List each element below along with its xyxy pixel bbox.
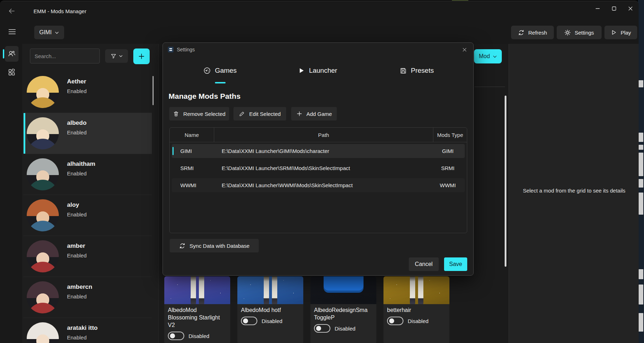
- character-row[interactable]: alhaitham Enabled: [24, 154, 152, 195]
- section-heading: Manage Mods Paths: [169, 92, 241, 101]
- tab-launcher[interactable]: Launcher: [293, 63, 342, 78]
- close-button[interactable]: [622, 1, 639, 16]
- rail-mods-button[interactable]: [5, 65, 19, 80]
- edit-selected-button[interactable]: Edit Selected: [233, 107, 286, 121]
- game-selector-dropdown[interactable]: GIMI: [34, 26, 64, 39]
- cancel-label: Cancel: [415, 261, 433, 267]
- search-input[interactable]: [34, 53, 106, 60]
- mod-title: AlbedoRedesignSma ToggleP: [310, 304, 376, 321]
- minimize-button[interactable]: [589, 1, 606, 16]
- mod-card[interactable]: AlbedoRedesignSma ToggleP Disabled: [310, 276, 376, 343]
- toolbar: GIMI Refresh Settings Play: [0, 21, 639, 44]
- table-row-selected[interactable]: GIMI E:\Data\XXMI Launcher\GIMI\Mods\cha…: [172, 144, 465, 158]
- character-name: alhaitham: [67, 160, 95, 168]
- background-window-strip: [638, 0, 644, 343]
- character-status: Enabled: [67, 170, 87, 176]
- character-avatar: [27, 76, 59, 108]
- settings-label: Settings: [575, 30, 594, 36]
- dialog-app-icon: [168, 47, 174, 52]
- maximize-button[interactable]: [606, 1, 622, 16]
- save-button[interactable]: Save: [444, 257, 467, 271]
- mod-card[interactable]: AlbedoMod hotf Disabled: [237, 276, 303, 343]
- mod-enable-toggle[interactable]: [314, 324, 330, 333]
- gamepad-icon: [203, 67, 211, 75]
- mods-grid-scrollbar[interactable]: [505, 96, 506, 267]
- table-row[interactable]: WWMI E:\Data\XXMI Launcher\WWMI\Mods\Ski…: [172, 178, 465, 192]
- mod-card[interactable]: betterhair Disabled: [383, 276, 449, 343]
- refresh-icon: [179, 242, 186, 249]
- character-name: ambercn: [67, 283, 92, 291]
- column-header-path: Path: [214, 128, 433, 142]
- tab-games[interactable]: Games: [195, 63, 245, 78]
- add-mod-button[interactable]: Mod: [474, 49, 502, 63]
- game-selector-value: GIMI: [39, 29, 52, 36]
- maximize-icon: [611, 6, 617, 11]
- sync-database-button[interactable]: Sync Data with Database: [170, 239, 259, 252]
- character-name: albedo: [67, 119, 87, 127]
- minimize-icon: [595, 6, 601, 11]
- table-row[interactable]: SRMI E:\Data\XXMI Launcher\SRMI\Mods\Ski…: [172, 161, 465, 175]
- search-box[interactable]: [30, 48, 100, 63]
- character-row[interactable]: amber Enabled: [24, 236, 152, 277]
- character-avatar: [27, 158, 59, 190]
- play-icon: [610, 29, 617, 36]
- character-status: Enabled: [67, 293, 87, 300]
- selected-indicator: [24, 113, 25, 154]
- cell-name: SRMI: [172, 165, 214, 171]
- tab-presets-label: Presets: [411, 67, 434, 75]
- character-row[interactable]: Aether Enabled: [24, 72, 152, 113]
- character-avatar: [27, 199, 59, 231]
- back-button[interactable]: [6, 6, 17, 16]
- toolbar-divider: [474, 87, 505, 87]
- dialog-tabs: Games Launcher Presets: [163, 63, 473, 81]
- play-icon: [298, 67, 305, 74]
- tab-presets[interactable]: Presets: [392, 63, 442, 78]
- mod-title: AlbedoMod hotf: [237, 304, 303, 314]
- details-placeholder-text: Select a mod from the grid to see its de…: [509, 188, 639, 194]
- column-header-type: Mods Type: [433, 128, 467, 142]
- menu-button[interactable]: [7, 26, 17, 37]
- close-icon: [628, 6, 633, 11]
- add-character-button[interactable]: [133, 48, 150, 64]
- character-name: Aether: [67, 78, 86, 85]
- gear-icon: [564, 29, 571, 36]
- chevron-down-icon: [119, 54, 123, 58]
- settings-button[interactable]: Settings: [557, 26, 602, 39]
- cell-type: WWMI: [431, 182, 465, 188]
- character-row[interactable]: aloy Enabled: [24, 195, 152, 236]
- refresh-button[interactable]: Refresh: [511, 26, 554, 39]
- filter-icon: [110, 53, 117, 59]
- character-row[interactable]: ambercn Enabled: [24, 277, 152, 318]
- chevron-down-icon: [55, 30, 59, 35]
- character-name: amber: [67, 242, 85, 250]
- chevron-down-icon: [493, 54, 497, 59]
- add-game-button[interactable]: Add Game: [291, 107, 337, 121]
- cell-name: GIMI: [172, 148, 214, 154]
- play-button[interactable]: Play: [604, 26, 637, 39]
- column-header-name: Name: [170, 128, 214, 142]
- character-status: Enabled: [67, 88, 87, 94]
- dialog-close-button[interactable]: [460, 45, 469, 54]
- mod-title: betterhair: [383, 304, 449, 314]
- character-row[interactable]: arataki itto Enabled: [24, 318, 152, 343]
- mod-thumbnail: [164, 276, 230, 304]
- character-status: Enabled: [67, 252, 87, 258]
- app-title: EMM - Mods Manager: [34, 1, 86, 21]
- cancel-button[interactable]: Cancel: [409, 257, 439, 271]
- rail-characters-button[interactable]: [5, 46, 19, 62]
- mod-enable-toggle[interactable]: [387, 317, 403, 325]
- trash-icon: [173, 111, 179, 117]
- refresh-icon: [518, 29, 525, 36]
- mod-enable-toggle[interactable]: [168, 332, 184, 340]
- character-avatar: [27, 240, 59, 272]
- character-panel: Aether Enabled albedo Enabled alhaitham …: [22, 44, 158, 343]
- mod-enable-toggle[interactable]: [241, 317, 257, 325]
- filter-dropdown[interactable]: [105, 49, 128, 63]
- mod-card[interactable]: AlbedoMod Blossoming Starlight V2 Disabl…: [164, 276, 230, 343]
- character-list-scrollbar[interactable]: [153, 76, 154, 105]
- add-mod-label: Mod: [479, 53, 490, 60]
- back-arrow-icon: [7, 7, 16, 15]
- edit-selected-label: Edit Selected: [249, 111, 280, 117]
- remove-selected-button[interactable]: Remove Selected: [169, 107, 229, 121]
- character-row-selected[interactable]: albedo Enabled: [24, 113, 152, 154]
